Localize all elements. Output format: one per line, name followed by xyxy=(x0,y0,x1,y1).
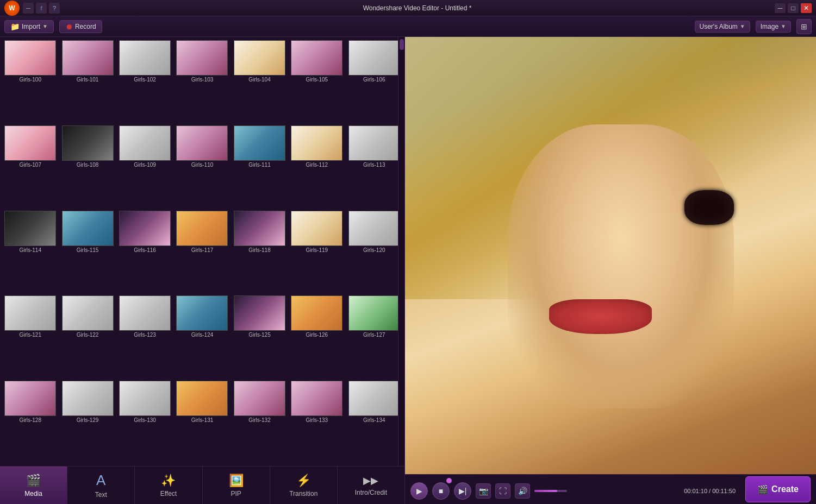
import-button[interactable]: 📁 Import ▼ xyxy=(4,20,54,33)
media-item-label: Girls-105 xyxy=(306,77,328,83)
media-item[interactable]: Girls-113 xyxy=(346,124,402,209)
media-item[interactable]: Girls-119 xyxy=(289,210,345,294)
media-item[interactable]: Girls-106 xyxy=(346,39,402,123)
media-item[interactable]: Girls-115 xyxy=(59,210,115,294)
media-thumbnail xyxy=(176,295,228,331)
create-button[interactable]: 🎬 Create xyxy=(745,476,811,502)
media-item[interactable]: Girls-132 xyxy=(232,380,288,464)
volume-fill xyxy=(534,490,557,492)
media-item[interactable]: Girls-100 xyxy=(2,39,58,123)
app-logo: W xyxy=(4,1,20,16)
media-item[interactable]: Girls-103 xyxy=(174,39,230,123)
media-item-label: Girls-107 xyxy=(19,162,41,168)
media-item-label: Girls-103 xyxy=(191,77,214,83)
media-thumbnail xyxy=(234,295,285,331)
window-maximize-btn[interactable]: □ xyxy=(788,3,799,13)
media-item[interactable]: Girls-120 xyxy=(346,210,402,294)
media-item[interactable]: Girls-130 xyxy=(117,380,173,464)
media-item[interactable]: Girls-101 xyxy=(59,39,115,123)
tab-intro-label: Intro/Credit xyxy=(355,489,387,496)
grid-view-btn[interactable]: ⊞ xyxy=(796,19,812,34)
media-thumbnail xyxy=(62,211,114,246)
progress-thumb[interactable] xyxy=(446,478,452,483)
media-thumbnail xyxy=(119,381,171,416)
tab-effect-label: Effect xyxy=(160,490,177,497)
playback-buttons-row: ▶ ■ ▶| 📷 ⛶ 🔊 00:01:10 / 00:11:50 xyxy=(410,482,736,500)
type-dropdown[interactable]: Image ▼ xyxy=(756,21,791,33)
fullscreen-btn[interactable]: ⛶ xyxy=(495,483,510,499)
media-item[interactable]: Girls-121 xyxy=(2,294,58,379)
media-item-label: Girls-110 xyxy=(191,162,214,168)
window-close-btn[interactable]: ✕ xyxy=(801,3,812,13)
media-thumbnail xyxy=(348,211,400,246)
media-grid-container: Girls-100Girls-101Girls-102Girls-103Girl… xyxy=(0,37,404,466)
volume-slider[interactable] xyxy=(534,490,567,492)
media-item[interactable]: Girls-114 xyxy=(2,210,58,294)
media-thumbnail xyxy=(62,381,114,416)
media-item[interactable]: Girls-111 xyxy=(232,124,288,209)
media-item[interactable]: Girls-108 xyxy=(59,124,115,209)
type-dropdown-arrow: ▼ xyxy=(781,23,786,29)
stop-button[interactable]: ■ xyxy=(432,482,450,500)
tab-intro[interactable]: ▶▶ Intro/Credit xyxy=(338,467,404,504)
media-item[interactable]: Girls-133 xyxy=(289,380,345,464)
media-item[interactable]: Girls-131 xyxy=(174,380,230,464)
media-item[interactable]: Girls-102 xyxy=(117,39,173,123)
scrollbar-thumb[interactable] xyxy=(400,39,404,50)
media-item[interactable]: Girls-105 xyxy=(289,39,345,123)
media-item[interactable]: Girls-104 xyxy=(232,39,288,123)
media-item[interactable]: Girls-107 xyxy=(2,124,58,209)
preview-face xyxy=(508,124,734,408)
media-item[interactable]: Girls-134 xyxy=(346,380,402,464)
media-item[interactable]: Girls-129 xyxy=(59,380,115,464)
window-minimize-btn[interactable]: ─ xyxy=(775,3,786,13)
media-item[interactable]: Girls-112 xyxy=(289,124,345,209)
minimize-sys-icon[interactable]: ─ xyxy=(23,3,34,14)
media-item[interactable]: Girls-128 xyxy=(2,380,58,464)
media-thumbnail xyxy=(176,125,228,161)
screenshot-btn[interactable]: 📷 xyxy=(476,483,491,499)
media-thumbnail xyxy=(234,40,285,75)
media-item[interactable]: Girls-118 xyxy=(232,210,288,294)
media-item-label: Girls-115 xyxy=(77,247,99,253)
help-icon[interactable]: ? xyxy=(49,3,60,14)
media-scrollbar[interactable] xyxy=(398,37,404,466)
tab-text[interactable]: A Text xyxy=(67,467,135,504)
media-item[interactable]: Girls-125 xyxy=(232,294,288,379)
media-tab-icon: 🎬 xyxy=(26,474,41,488)
media-item-label: Girls-122 xyxy=(77,332,99,338)
media-thumbnail xyxy=(119,295,171,331)
album-dropdown[interactable]: User's Album ▼ xyxy=(695,21,750,33)
media-item[interactable]: Girls-116 xyxy=(117,210,173,294)
tab-media[interactable]: 🎬 Media xyxy=(0,467,67,504)
tab-pip[interactable]: 🖼️ PIP xyxy=(203,467,270,504)
text-tab-icon: A xyxy=(96,472,105,489)
media-item[interactable]: Girls-117 xyxy=(174,210,230,294)
next-frame-button[interactable]: ▶| xyxy=(454,482,471,500)
record-button[interactable]: ⏺ Record xyxy=(59,20,102,33)
media-item[interactable]: Girls-127 xyxy=(346,294,402,379)
media-item[interactable]: Girls-109 xyxy=(117,124,173,209)
tab-transition[interactable]: ⚡ Transition xyxy=(270,467,338,504)
media-item-label: Girls-131 xyxy=(191,417,214,423)
titlebar-left: W ─ f ? xyxy=(4,1,60,16)
play-button[interactable]: ▶ xyxy=(410,482,428,500)
effect-tab-icon: ✨ xyxy=(161,474,176,488)
media-item-label: Girls-116 xyxy=(134,247,156,253)
media-item[interactable]: Girls-110 xyxy=(174,124,230,209)
media-item[interactable]: Girls-122 xyxy=(59,294,115,379)
media-item[interactable]: Girls-123 xyxy=(117,294,173,379)
media-thumbnail xyxy=(348,125,400,161)
media-item-label: Girls-128 xyxy=(19,417,41,423)
tab-effect[interactable]: ✨ Effect xyxy=(135,467,202,504)
volume-btn[interactable]: 🔊 xyxy=(515,483,530,499)
media-thumbnail xyxy=(4,295,56,331)
create-icon: 🎬 xyxy=(757,484,768,495)
media-item[interactable]: Girls-124 xyxy=(174,294,230,379)
media-item[interactable]: Girls-126 xyxy=(289,294,345,379)
media-thumbnail xyxy=(348,381,400,416)
media-thumbnail xyxy=(176,381,228,416)
facebook-icon[interactable]: f xyxy=(36,3,47,14)
system-icons: ─ f ? xyxy=(23,3,60,14)
media-grid: Girls-100Girls-101Girls-102Girls-103Girl… xyxy=(0,37,404,466)
